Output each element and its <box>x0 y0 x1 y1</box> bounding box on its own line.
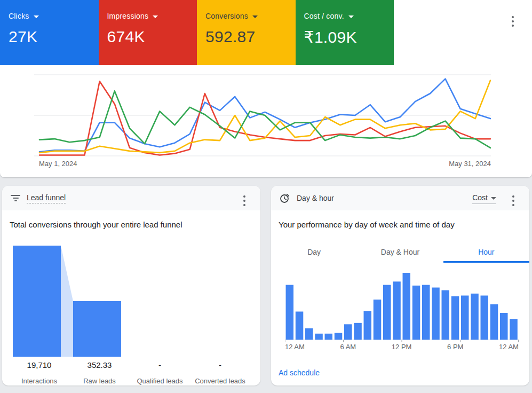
tab-day-and-hour[interactable]: Day & Hour <box>357 241 443 262</box>
clock-schedule-icon <box>280 193 290 203</box>
stage-value: 352.33 <box>69 360 130 370</box>
hour-axis-labels: 12 AM 6 AM 12 PM 6 PM 12 AM <box>285 343 519 351</box>
tab-hour[interactable]: Hour <box>443 241 529 262</box>
trend-start-date: May 1, 2024 <box>39 160 77 168</box>
scorecard-impressions[interactable]: Impressions 674K <box>99 0 197 65</box>
lead-funnel-subtitle: Total conversions through your entire le… <box>10 220 182 229</box>
scorecard-label: Clicks <box>9 12 29 20</box>
scorecard-value: ₹1.09K <box>304 28 386 46</box>
funnel-stage-converted-leads: - Converted leads <box>190 360 250 386</box>
trend-end-date: May 31, 2024 <box>449 160 491 168</box>
day-hour-card: Day & hour Cost Your performance by day … <box>271 186 529 386</box>
lead-funnel-header: Lead funnel <box>2 186 260 210</box>
lead-funnel-chart[interactable] <box>13 244 123 357</box>
stage-label[interactable]: Raw leads <box>83 377 116 386</box>
stage-value: - <box>190 360 250 370</box>
scorecard-row: Clicks 27K Impressions 674K Conversions … <box>0 0 394 65</box>
axis-tick-label: 12 AM <box>285 343 305 351</box>
trend-line-chart[interactable] <box>34 70 491 158</box>
ad-schedule-link[interactable]: Ad schedule <box>279 368 320 377</box>
funnel-icon <box>11 195 20 201</box>
metric-selector-value: Cost <box>472 193 488 202</box>
day-hour-tab-bar: Day Day & Hour Hour <box>271 241 529 262</box>
scorecard-value: 27K <box>9 28 90 46</box>
scorecard-cost-per-conv[interactable]: Cost / conv. ₹1.09K <box>296 0 394 65</box>
scorecard-label: Conversions <box>205 12 248 20</box>
stage-label[interactable]: Interactions <box>21 377 57 386</box>
day-hour-title: Day & hour <box>297 194 334 202</box>
day-hour-header: Day & hour Cost <box>271 186 529 210</box>
scorecard-value: 674K <box>107 28 189 46</box>
metric-selector-dropdown[interactable]: Cost <box>472 193 496 204</box>
chevron-down-icon <box>348 15 354 18</box>
funnel-stage-row: 19,710 Interactions 352.33 Raw leads - Q… <box>9 360 250 386</box>
scorecard-label: Cost / conv. <box>304 12 344 20</box>
stage-value: - <box>130 360 190 370</box>
chevron-down-icon <box>252 15 258 18</box>
performance-overview-card: Clicks 27K Impressions 674K Conversions … <box>0 0 532 177</box>
axis-tick-label: 12 PM <box>392 343 412 351</box>
scorecard-conversions[interactable]: Conversions 592.87 <box>197 0 296 65</box>
axis-tick-label: 12 AM <box>499 343 519 351</box>
overview-menu-button[interactable] <box>509 13 517 30</box>
chevron-down-icon <box>34 15 39 18</box>
scorecard-value: 592.87 <box>205 28 287 46</box>
stage-label[interactable]: Converted leads <box>195 377 245 386</box>
stage-label[interactable]: Qualified leads <box>137 377 183 386</box>
chevron-down-icon <box>491 197 496 200</box>
lead-funnel-card: Lead funnel Total conversions through yo… <box>2 186 260 386</box>
funnel-stage-raw-leads: 352.33 Raw leads <box>69 360 130 386</box>
scorecard-label: Impressions <box>107 12 149 20</box>
axis-tick-label: 6 PM <box>447 343 463 351</box>
stage-value: 19,710 <box>9 360 69 370</box>
funnel-stage-qualified-leads: - Qualified leads <box>130 360 190 386</box>
tab-day[interactable]: Day <box>271 241 357 262</box>
hourly-bar-chart[interactable] <box>285 270 519 343</box>
scorecard-clicks[interactable]: Clicks 27K <box>0 0 99 65</box>
lead-funnel-menu-button[interactable] <box>240 192 249 209</box>
axis-tick-label: 6 AM <box>340 343 356 351</box>
chevron-down-icon <box>153 15 158 18</box>
day-hour-subtitle: Your performance by day of week and time… <box>279 220 455 229</box>
day-hour-menu-button[interactable] <box>509 192 518 209</box>
lead-funnel-title[interactable]: Lead funnel <box>27 193 66 203</box>
funnel-stage-interactions: 19,710 Interactions <box>9 360 69 386</box>
